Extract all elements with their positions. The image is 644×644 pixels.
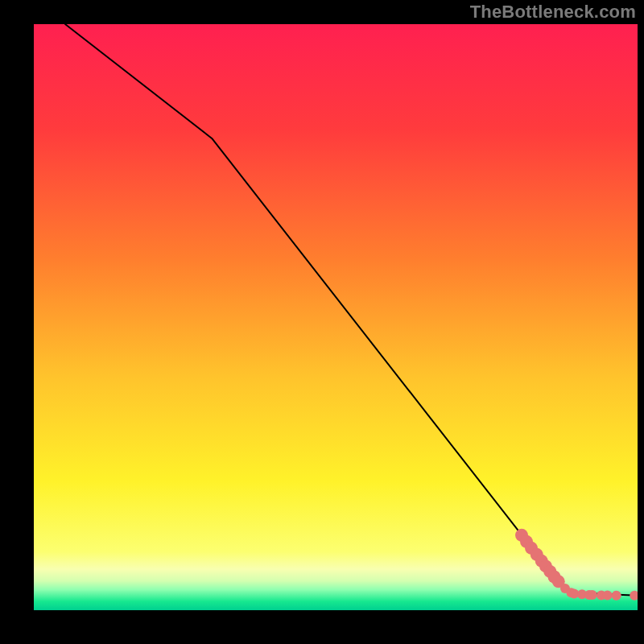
data-marker bbox=[603, 590, 613, 600]
data-marker bbox=[588, 590, 597, 600]
chart-svg bbox=[0, 0, 644, 644]
plot-background bbox=[34, 24, 638, 610]
margin-bottom bbox=[0, 610, 644, 644]
margin-left bbox=[0, 0, 34, 644]
margin-right bbox=[638, 0, 644, 644]
data-marker bbox=[612, 591, 621, 601]
attribution-label: TheBottleneck.com bbox=[470, 2, 636, 23]
chart-container: TheBottleneck.com bbox=[0, 0, 644, 644]
